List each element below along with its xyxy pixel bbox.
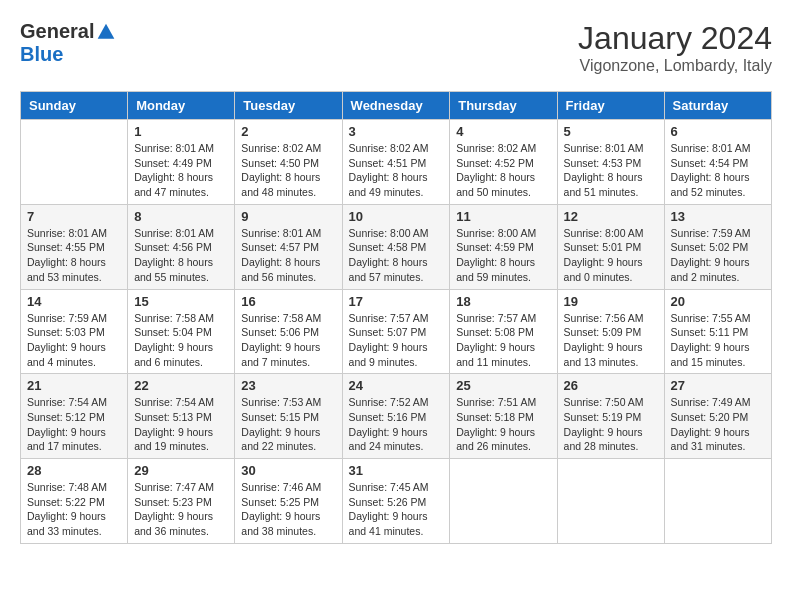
day-info: Sunrise: 8:02 AM Sunset: 4:51 PM Dayligh… bbox=[349, 141, 444, 200]
day-info: Sunrise: 7:54 AM Sunset: 5:12 PM Dayligh… bbox=[27, 395, 121, 454]
calendar-cell: 5Sunrise: 8:01 AM Sunset: 4:53 PM Daylig… bbox=[557, 120, 664, 205]
calendar-week-row: 1Sunrise: 8:01 AM Sunset: 4:49 PM Daylig… bbox=[21, 120, 772, 205]
day-number: 8 bbox=[134, 209, 228, 224]
location: Vigonzone, Lombardy, Italy bbox=[578, 57, 772, 75]
calendar-header-row: SundayMondayTuesdayWednesdayThursdayFrid… bbox=[21, 92, 772, 120]
calendar-cell: 27Sunrise: 7:49 AM Sunset: 5:20 PM Dayli… bbox=[664, 374, 771, 459]
col-header-friday: Friday bbox=[557, 92, 664, 120]
calendar-week-row: 28Sunrise: 7:48 AM Sunset: 5:22 PM Dayli… bbox=[21, 459, 772, 544]
calendar-cell: 7Sunrise: 8:01 AM Sunset: 4:55 PM Daylig… bbox=[21, 204, 128, 289]
calendar-cell bbox=[557, 459, 664, 544]
day-number: 19 bbox=[564, 294, 658, 309]
day-number: 30 bbox=[241, 463, 335, 478]
logo-blue-text: Blue bbox=[20, 43, 63, 66]
day-number: 23 bbox=[241, 378, 335, 393]
day-info: Sunrise: 7:46 AM Sunset: 5:25 PM Dayligh… bbox=[241, 480, 335, 539]
day-number: 9 bbox=[241, 209, 335, 224]
day-number: 2 bbox=[241, 124, 335, 139]
calendar-cell: 26Sunrise: 7:50 AM Sunset: 5:19 PM Dayli… bbox=[557, 374, 664, 459]
day-number: 16 bbox=[241, 294, 335, 309]
day-number: 15 bbox=[134, 294, 228, 309]
day-info: Sunrise: 8:00 AM Sunset: 4:58 PM Dayligh… bbox=[349, 226, 444, 285]
day-number: 10 bbox=[349, 209, 444, 224]
day-number: 4 bbox=[456, 124, 550, 139]
day-number: 11 bbox=[456, 209, 550, 224]
day-info: Sunrise: 7:49 AM Sunset: 5:20 PM Dayligh… bbox=[671, 395, 765, 454]
day-info: Sunrise: 7:47 AM Sunset: 5:23 PM Dayligh… bbox=[134, 480, 228, 539]
calendar-cell bbox=[21, 120, 128, 205]
col-header-tuesday: Tuesday bbox=[235, 92, 342, 120]
calendar-cell: 6Sunrise: 8:01 AM Sunset: 4:54 PM Daylig… bbox=[664, 120, 771, 205]
day-info: Sunrise: 8:01 AM Sunset: 4:55 PM Dayligh… bbox=[27, 226, 121, 285]
col-header-thursday: Thursday bbox=[450, 92, 557, 120]
day-info: Sunrise: 7:59 AM Sunset: 5:03 PM Dayligh… bbox=[27, 311, 121, 370]
day-info: Sunrise: 7:57 AM Sunset: 5:07 PM Dayligh… bbox=[349, 311, 444, 370]
col-header-monday: Monday bbox=[128, 92, 235, 120]
day-number: 26 bbox=[564, 378, 658, 393]
col-header-saturday: Saturday bbox=[664, 92, 771, 120]
logo-icon bbox=[96, 22, 116, 42]
calendar-cell: 9Sunrise: 8:01 AM Sunset: 4:57 PM Daylig… bbox=[235, 204, 342, 289]
calendar-cell: 1Sunrise: 8:01 AM Sunset: 4:49 PM Daylig… bbox=[128, 120, 235, 205]
day-number: 6 bbox=[671, 124, 765, 139]
calendar-cell: 11Sunrise: 8:00 AM Sunset: 4:59 PM Dayli… bbox=[450, 204, 557, 289]
day-number: 28 bbox=[27, 463, 121, 478]
day-number: 29 bbox=[134, 463, 228, 478]
calendar-table: SundayMondayTuesdayWednesdayThursdayFrid… bbox=[20, 91, 772, 544]
calendar-cell: 22Sunrise: 7:54 AM Sunset: 5:13 PM Dayli… bbox=[128, 374, 235, 459]
calendar-cell: 29Sunrise: 7:47 AM Sunset: 5:23 PM Dayli… bbox=[128, 459, 235, 544]
day-info: Sunrise: 7:55 AM Sunset: 5:11 PM Dayligh… bbox=[671, 311, 765, 370]
calendar-cell: 20Sunrise: 7:55 AM Sunset: 5:11 PM Dayli… bbox=[664, 289, 771, 374]
calendar-cell: 13Sunrise: 7:59 AM Sunset: 5:02 PM Dayli… bbox=[664, 204, 771, 289]
day-number: 31 bbox=[349, 463, 444, 478]
col-header-wednesday: Wednesday bbox=[342, 92, 450, 120]
day-number: 1 bbox=[134, 124, 228, 139]
day-number: 18 bbox=[456, 294, 550, 309]
day-info: Sunrise: 7:51 AM Sunset: 5:18 PM Dayligh… bbox=[456, 395, 550, 454]
day-info: Sunrise: 8:01 AM Sunset: 4:49 PM Dayligh… bbox=[134, 141, 228, 200]
day-info: Sunrise: 8:00 AM Sunset: 4:59 PM Dayligh… bbox=[456, 226, 550, 285]
calendar-cell: 8Sunrise: 8:01 AM Sunset: 4:56 PM Daylig… bbox=[128, 204, 235, 289]
day-info: Sunrise: 7:53 AM Sunset: 5:15 PM Dayligh… bbox=[241, 395, 335, 454]
day-number: 20 bbox=[671, 294, 765, 309]
calendar-week-row: 14Sunrise: 7:59 AM Sunset: 5:03 PM Dayli… bbox=[21, 289, 772, 374]
day-info: Sunrise: 7:52 AM Sunset: 5:16 PM Dayligh… bbox=[349, 395, 444, 454]
day-number: 14 bbox=[27, 294, 121, 309]
day-number: 22 bbox=[134, 378, 228, 393]
page-header: General Blue January 2024 Vigonzone, Lom… bbox=[20, 20, 772, 75]
day-info: Sunrise: 7:50 AM Sunset: 5:19 PM Dayligh… bbox=[564, 395, 658, 454]
day-number: 12 bbox=[564, 209, 658, 224]
day-number: 7 bbox=[27, 209, 121, 224]
calendar-cell: 24Sunrise: 7:52 AM Sunset: 5:16 PM Dayli… bbox=[342, 374, 450, 459]
calendar-cell bbox=[664, 459, 771, 544]
day-info: Sunrise: 8:02 AM Sunset: 4:52 PM Dayligh… bbox=[456, 141, 550, 200]
calendar-cell: 16Sunrise: 7:58 AM Sunset: 5:06 PM Dayli… bbox=[235, 289, 342, 374]
logo-general-text: General bbox=[20, 20, 94, 43]
calendar-cell: 14Sunrise: 7:59 AM Sunset: 5:03 PM Dayli… bbox=[21, 289, 128, 374]
calendar-cell: 19Sunrise: 7:56 AM Sunset: 5:09 PM Dayli… bbox=[557, 289, 664, 374]
day-info: Sunrise: 8:01 AM Sunset: 4:54 PM Dayligh… bbox=[671, 141, 765, 200]
calendar-week-row: 21Sunrise: 7:54 AM Sunset: 5:12 PM Dayli… bbox=[21, 374, 772, 459]
day-info: Sunrise: 7:58 AM Sunset: 5:06 PM Dayligh… bbox=[241, 311, 335, 370]
logo: General Blue bbox=[20, 20, 116, 66]
calendar-cell: 25Sunrise: 7:51 AM Sunset: 5:18 PM Dayli… bbox=[450, 374, 557, 459]
day-number: 5 bbox=[564, 124, 658, 139]
day-number: 24 bbox=[349, 378, 444, 393]
day-info: Sunrise: 8:00 AM Sunset: 5:01 PM Dayligh… bbox=[564, 226, 658, 285]
day-info: Sunrise: 7:45 AM Sunset: 5:26 PM Dayligh… bbox=[349, 480, 444, 539]
day-info: Sunrise: 7:58 AM Sunset: 5:04 PM Dayligh… bbox=[134, 311, 228, 370]
day-number: 21 bbox=[27, 378, 121, 393]
day-info: Sunrise: 8:02 AM Sunset: 4:50 PM Dayligh… bbox=[241, 141, 335, 200]
calendar-cell: 30Sunrise: 7:46 AM Sunset: 5:25 PM Dayli… bbox=[235, 459, 342, 544]
calendar-cell: 31Sunrise: 7:45 AM Sunset: 5:26 PM Dayli… bbox=[342, 459, 450, 544]
calendar-cell: 2Sunrise: 8:02 AM Sunset: 4:50 PM Daylig… bbox=[235, 120, 342, 205]
calendar-cell: 12Sunrise: 8:00 AM Sunset: 5:01 PM Dayli… bbox=[557, 204, 664, 289]
day-number: 3 bbox=[349, 124, 444, 139]
calendar-cell: 21Sunrise: 7:54 AM Sunset: 5:12 PM Dayli… bbox=[21, 374, 128, 459]
calendar-cell: 10Sunrise: 8:00 AM Sunset: 4:58 PM Dayli… bbox=[342, 204, 450, 289]
day-number: 13 bbox=[671, 209, 765, 224]
day-info: Sunrise: 8:01 AM Sunset: 4:56 PM Dayligh… bbox=[134, 226, 228, 285]
calendar-cell bbox=[450, 459, 557, 544]
day-number: 27 bbox=[671, 378, 765, 393]
day-number: 25 bbox=[456, 378, 550, 393]
